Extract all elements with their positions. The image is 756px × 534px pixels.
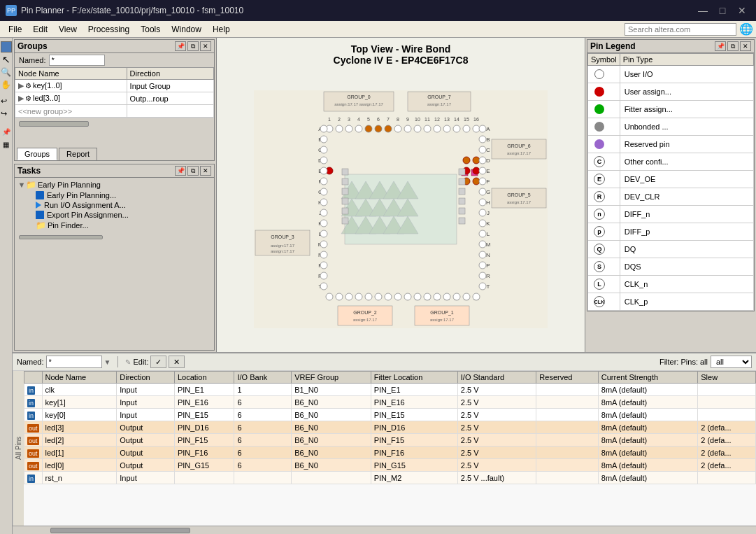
menu-window[interactable]: Window	[166, 23, 207, 36]
pin-location[interactable]: PIN_D16	[174, 421, 234, 434]
svg-text:assign:17.17: assign:17.17	[271, 244, 295, 248]
svg-point-168	[320, 262, 327, 269]
tool-icon-1[interactable]	[1, 41, 12, 52]
table-row[interactable]: out led[3] Output PIN_D16 6 B6_N0 PIN_D1…	[24, 421, 756, 434]
tool-cursor-icon[interactable]: ↖	[1, 54, 12, 65]
menu-help[interactable]: Help	[207, 23, 236, 36]
menu-processing[interactable]: Processing	[83, 23, 135, 36]
groups-named-input[interactable]	[49, 55, 105, 66]
groups-pin-button[interactable]: 📌	[175, 41, 186, 51]
groups-close-button[interactable]: ✕	[200, 41, 211, 51]
col-direction[interactable]: Direction	[127, 68, 213, 80]
pin-location[interactable]: PIN_E1	[174, 384, 234, 396]
table-row[interactable]: in rst_n Input PIN_M2 2.5 V ...fault) 8m…	[24, 472, 756, 484]
table-row[interactable]: ▶⚙key[1..0] Input Group	[15, 80, 214, 92]
pin-reserved	[536, 396, 598, 409]
svg-text:T: T	[487, 283, 490, 290]
tool-pin-icon[interactable]: 📌	[1, 127, 12, 138]
svg-text:D: D	[486, 157, 490, 164]
col-direction[interactable]: Direction	[117, 372, 175, 384]
tasks-pin-button[interactable]: 📌	[175, 166, 186, 176]
pin-location[interactable]: PIN_G15	[174, 459, 234, 472]
pin-standard: 2.5 V ...fault)	[457, 472, 536, 484]
task-run-io[interactable]: Run I/O Assignment A...	[16, 200, 213, 210]
table-row[interactable]: ▶⚙led[3..0] Outp...roup	[15, 92, 214, 105]
col-node-name[interactable]: Node Name	[15, 68, 127, 80]
legend-col-symbol[interactable]: Symbol	[588, 54, 620, 66]
other-confi-symbol: C	[594, 156, 605, 167]
pin-location[interactable]: PIN_F15	[174, 434, 234, 447]
table-row[interactable]: out led[0] Output PIN_G15 6 B6_N0 PIN_G1…	[24, 459, 756, 472]
table-row[interactable]: out led[1] Output PIN_F16 6 B6_N0 PIN_F1…	[24, 447, 756, 459]
horizontal-scrollbar[interactable]	[13, 526, 756, 534]
groups-restore-button[interactable]: ⧉	[187, 41, 199, 51]
col-node-name[interactable]: Node Name	[42, 372, 117, 384]
legend-symbol: CLK	[592, 295, 606, 309]
menu-file[interactable]: File	[3, 23, 27, 36]
expand-icon[interactable]: ▼	[17, 181, 26, 189]
tasks-close-button[interactable]: ✕	[200, 166, 211, 176]
table-row[interactable]: in key[1] Input PIN_E16 6 B6_N0 PIN_E16 …	[24, 396, 756, 409]
dir-badge: out	[27, 462, 39, 470]
pin-strength: 8mA (default)	[598, 396, 697, 409]
col-vref[interactable]: VREF Group	[292, 372, 371, 384]
edit-cancel-button[interactable]: ✕	[169, 356, 185, 368]
table-row[interactable]: <<new group>>	[15, 105, 214, 118]
col-reserved[interactable]: Reserved	[536, 372, 598, 384]
legend-row: L CLK_n	[588, 276, 754, 293]
col-strength[interactable]: Current Strength	[598, 372, 697, 384]
svg-point-180	[479, 220, 486, 227]
pin-strength: 8mA (default)	[598, 459, 697, 472]
minimize-button[interactable]: —	[694, 3, 711, 17]
groups-scrollbar[interactable]	[19, 121, 89, 127]
col-bank[interactable]: I/O Bank	[234, 372, 292, 384]
task-early-planning[interactable]: ▼ 📁 Early Pin Planning	[16, 179, 213, 190]
pin-location[interactable]: PIN_E15	[174, 409, 234, 421]
tool-zoom-icon[interactable]: 🔍	[1, 66, 12, 78]
col-location[interactable]: Location	[174, 372, 234, 384]
pin-name: rst_n	[42, 472, 117, 484]
edit-checkmark-button[interactable]: ✓	[150, 356, 166, 368]
tab-groups[interactable]: Groups	[17, 148, 57, 160]
task-pin-finder[interactable]: 📁 Pin Finder...	[16, 220, 213, 231]
table-row[interactable]: in clk Input PIN_E1 1 B1_N0 PIN_E1 2.5 V…	[24, 384, 756, 396]
expand-icon[interactable]: ▶	[18, 94, 24, 102]
search-globe-icon[interactable]: 🌐	[739, 22, 753, 36]
named-filter-input[interactable]	[46, 356, 102, 368]
legend-col-type[interactable]: Pin Type	[620, 54, 753, 66]
search-input[interactable]	[625, 23, 736, 36]
tab-report[interactable]: Report	[59, 148, 97, 160]
pin-reserved	[536, 409, 598, 421]
scrollbar-thumb[interactable]	[50, 528, 190, 533]
menu-view[interactable]: View	[53, 23, 83, 36]
close-button[interactable]: ✕	[734, 3, 750, 17]
legend-close-button[interactable]: ✕	[740, 41, 751, 51]
maximize-button[interactable]: □	[714, 3, 731, 17]
tool-group-icon[interactable]: ▦	[1, 139, 12, 150]
col-fitter[interactable]: Fitter Location	[371, 372, 457, 384]
table-row[interactable]: in key[0] Input PIN_E15 6 B6_N0 PIN_E15 …	[24, 409, 756, 421]
task-export-pin[interactable]: Export Pin Assignmen...	[16, 210, 213, 220]
tasks-scrollbar[interactable]	[19, 235, 103, 239]
pin-location[interactable]: PIN_F16	[174, 447, 234, 459]
col-slew[interactable]: Slew	[698, 372, 756, 384]
task-early-planning-sub[interactable]: Early Pin Planning...	[16, 190, 213, 200]
tasks-restore-button[interactable]: ⧉	[187, 166, 199, 176]
tool-undo-icon[interactable]: ↩	[1, 97, 12, 108]
legend-symbol: R	[592, 190, 606, 204]
legend-pin-button[interactable]: 📌	[715, 41, 726, 51]
col-standard[interactable]: I/O Standard	[457, 372, 536, 384]
tool-redo-icon[interactable]: ↪	[1, 109, 12, 120]
filter-select[interactable]: all input output	[711, 356, 752, 368]
col-icon[interactable]	[24, 372, 43, 384]
tool-hand-icon[interactable]: ✋	[1, 79, 12, 90]
legend-restore-button[interactable]: ⧉	[727, 41, 739, 51]
pin-location[interactable]	[174, 472, 234, 484]
table-row[interactable]: out led[2] Output PIN_F15 6 B6_N0 PIN_F1…	[24, 434, 756, 447]
expand-icon[interactable]: ▶	[18, 81, 24, 90]
svg-point-123	[473, 157, 480, 164]
menu-tools[interactable]: Tools	[135, 23, 166, 36]
menu-edit[interactable]: Edit	[27, 23, 53, 36]
pin-location[interactable]: PIN_E16	[174, 396, 234, 409]
dir-badge: in	[27, 386, 35, 395]
